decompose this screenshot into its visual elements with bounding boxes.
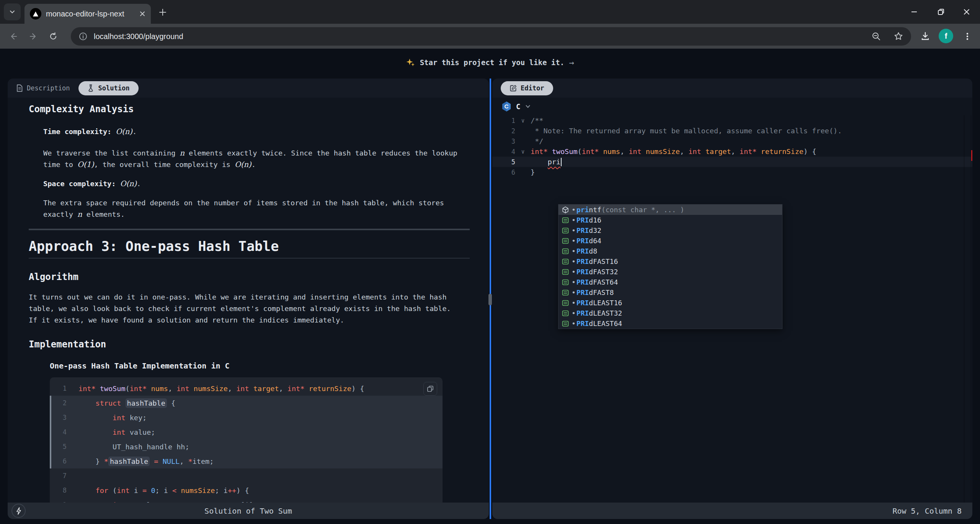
chevron-down-icon <box>9 8 16 15</box>
plus-icon <box>158 8 167 16</box>
bookmark-star-icon[interactable] <box>893 31 903 41</box>
section-heading-complexity: Complexity Analysis <box>29 104 470 115</box>
cursor-position: Row 5, Column 8 <box>492 506 972 516</box>
text-symbol-icon <box>561 278 570 286</box>
suggestion-item[interactable]: •PRIdLEAST32 <box>559 308 782 318</box>
editor-line: 2 * Note: The returned array must be mal… <box>492 126 972 136</box>
subheading-algorithm: Algorithm <box>29 272 470 282</box>
back-button[interactable] <box>5 28 21 44</box>
algorithm-paragraph: It turns out we can do it in one-pass. W… <box>29 291 461 326</box>
window-restore-button[interactable] <box>933 5 949 19</box>
copy-icon <box>427 385 434 392</box>
suggestion-item-selected[interactable]: •printf(const char *, ... ) <box>559 205 782 215</box>
forward-button[interactable] <box>25 28 41 44</box>
text-symbol-icon <box>561 247 570 255</box>
window-close-button[interactable] <box>959 5 974 19</box>
lightning-bolt-icon <box>16 507 22 515</box>
editor-panel: Editor C C 1∨/** 2 * Note: The returned … <box>492 79 972 519</box>
panel-resizer-handle[interactable] <box>488 294 492 305</box>
autocomplete-widget: •printf(const char *, ... ) •PRId16 •PRI… <box>558 204 782 329</box>
arrow-right-icon: → <box>569 58 574 67</box>
star-project-banner[interactable]: Star this project if you like it. → <box>0 54 980 71</box>
code-line: 9 int complement = target - nums[i]; <box>50 498 443 503</box>
editor-panel-tabs: Editor <box>492 79 972 98</box>
suggestion-item[interactable]: •PRId64 <box>559 236 782 246</box>
tab-editor[interactable]: Editor <box>501 81 553 95</box>
code-line-highlighted: 3 int key; <box>50 410 443 425</box>
editor-status-bar: Row 5, Column 8 <box>492 503 972 519</box>
url-text[interactable]: localhost:3000/playground <box>94 32 865 41</box>
left-panel-tabs: Description Solution <box>8 79 489 98</box>
problem-title: Solution of Two Sum <box>8 506 489 516</box>
download-icon <box>920 31 930 41</box>
suggestion-item[interactable]: •PRIdFAST8 <box>559 287 782 298</box>
time-complexity-line: Time complexity: O(n). <box>43 126 459 138</box>
code-line: 7 <box>50 468 443 483</box>
three-dots-icon <box>964 32 971 41</box>
tab-editor-label: Editor <box>521 84 544 92</box>
restore-icon <box>937 8 945 16</box>
tab-solution[interactable]: Solution <box>78 81 139 95</box>
fold-icon[interactable]: ∨ <box>515 117 531 124</box>
monaco-editor[interactable]: 1∨/** 2 * Note: The returned array must … <box>492 115 972 503</box>
minimize-icon <box>910 8 918 16</box>
text-symbol-icon <box>561 216 570 224</box>
banner-text: Star this project if you like it. <box>420 58 565 67</box>
tab-search-caret-button[interactable] <box>4 3 21 20</box>
code-block-caption: One-pass Hash Table Implementation in C <box>50 361 470 370</box>
browser-tab-bar: monaco-editor-lsp-next <box>0 0 980 24</box>
suggestion-item[interactable]: •PRIdLEAST16 <box>559 298 782 308</box>
flask-icon <box>88 84 95 92</box>
text-cursor <box>561 158 562 166</box>
screen: monaco-editor-lsp-next localhost:3000/pl… <box>0 0 980 524</box>
text-symbol-icon <box>561 320 570 328</box>
suggestion-item[interactable]: •PRIdFAST64 <box>559 277 782 287</box>
reload-button[interactable] <box>45 28 61 44</box>
code-line-highlighted: 2 struct hashTable { <box>50 396 443 410</box>
site-info-icon[interactable] <box>78 32 88 41</box>
code-line: 8 for (int i = 0; i < numsSize; i++) { <box>50 483 443 498</box>
tab-title: monaco-editor-lsp-next <box>46 10 135 18</box>
suggestion-item[interactable]: •PRIdFAST32 <box>559 267 782 277</box>
fold-icon[interactable]: ∨ <box>515 148 531 155</box>
space-complexity-paragraph: The extra space required depends on the … <box>43 197 459 220</box>
copy-code-button[interactable] <box>423 382 437 396</box>
sparkles-icon <box>406 58 415 67</box>
close-icon <box>963 8 970 16</box>
editor-line-current: 5 pri <box>492 157 972 167</box>
text-symbol-icon <box>561 299 570 307</box>
browser-toolbar: localhost:3000/playground f <box>0 24 980 49</box>
language-label[interactable]: C <box>516 102 520 111</box>
solution-content: Complexity Analysis Time complexity: O(n… <box>8 98 489 503</box>
edit-pencil-icon <box>510 85 517 92</box>
tab-close-icon[interactable] <box>139 11 145 17</box>
scrollbar-rail[interactable] <box>964 115 964 503</box>
downloads-button[interactable] <box>918 29 933 44</box>
tab-description[interactable]: Description <box>16 84 70 92</box>
profile-avatar[interactable]: f <box>939 29 953 43</box>
divider-rule <box>29 229 470 230</box>
function-symbol-icon <box>561 206 570 214</box>
zoom-icon[interactable] <box>871 31 881 41</box>
c-language-icon: C <box>501 101 511 112</box>
editor-line: 6} <box>492 167 972 177</box>
suggestion-item[interactable]: •PRIdFAST16 <box>559 256 782 267</box>
text-symbol-icon <box>561 227 570 234</box>
editor-line: 3 */ <box>492 136 972 146</box>
chevron-down-icon[interactable] <box>525 103 531 110</box>
forward-arrow-icon <box>29 32 38 41</box>
suggestion-item[interactable]: •PRId8 <box>559 246 782 256</box>
quick-action-button[interactable] <box>11 504 26 518</box>
suggestion-item[interactable]: •PRId32 <box>559 225 782 236</box>
code-line-highlighted: 5 UT_hash_handle hh; <box>50 439 443 454</box>
window-minimize-button[interactable] <box>906 5 922 19</box>
error-overview-marker <box>971 150 972 161</box>
browser-tab[interactable]: monaco-editor-lsp-next <box>24 4 151 24</box>
tab-description-label: Description <box>27 84 70 92</box>
left-status-bar: Solution of Two Sum <box>8 503 489 519</box>
new-tab-button[interactable] <box>157 7 168 18</box>
suggestion-item[interactable]: •PRIdLEAST64 <box>559 318 782 329</box>
address-bar[interactable]: localhost:3000/playground <box>71 27 911 46</box>
suggestion-item[interactable]: •PRId16 <box>559 215 782 225</box>
browser-menu-button[interactable] <box>960 29 975 44</box>
